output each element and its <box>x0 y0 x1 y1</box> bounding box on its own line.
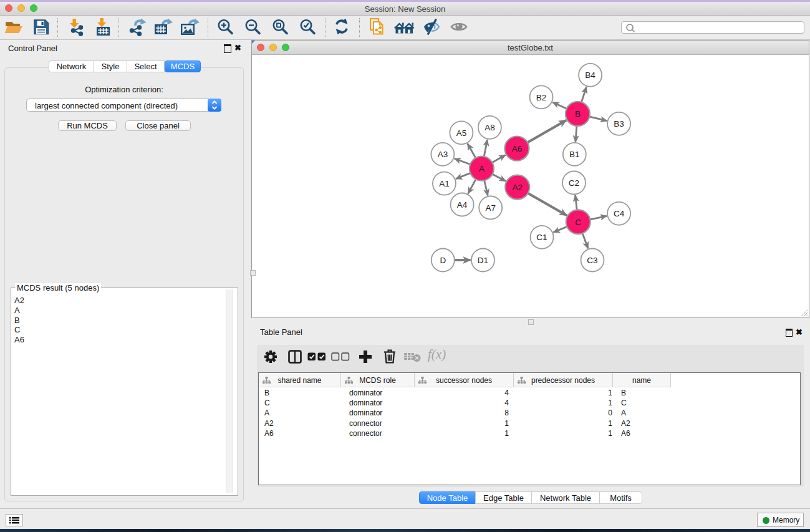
svg-text:D1: D1 <box>478 256 488 265</box>
svg-text:B2: B2 <box>536 93 547 102</box>
svg-text:D: D <box>440 256 446 265</box>
svg-text:B: B <box>575 109 581 118</box>
svg-text:A: A <box>479 164 485 173</box>
svg-text:A7: A7 <box>485 203 496 213</box>
svg-text:A1: A1 <box>439 179 450 188</box>
svg-text:C1: C1 <box>536 233 547 242</box>
svg-text:A6: A6 <box>512 144 523 153</box>
svg-text:B4: B4 <box>585 70 595 80</box>
svg-text:A2: A2 <box>512 183 523 192</box>
svg-text:A4: A4 <box>457 200 468 210</box>
svg-text:B3: B3 <box>614 119 624 128</box>
svg-text:A5: A5 <box>456 128 467 138</box>
svg-text:C3: C3 <box>587 256 597 265</box>
svg-text:C2: C2 <box>569 178 579 188</box>
svg-text:C: C <box>575 218 581 227</box>
svg-text:A8: A8 <box>485 123 495 132</box>
svg-text:C4: C4 <box>614 209 625 218</box>
svg-text:B1: B1 <box>569 150 580 159</box>
svg-text:A3: A3 <box>438 150 448 159</box>
